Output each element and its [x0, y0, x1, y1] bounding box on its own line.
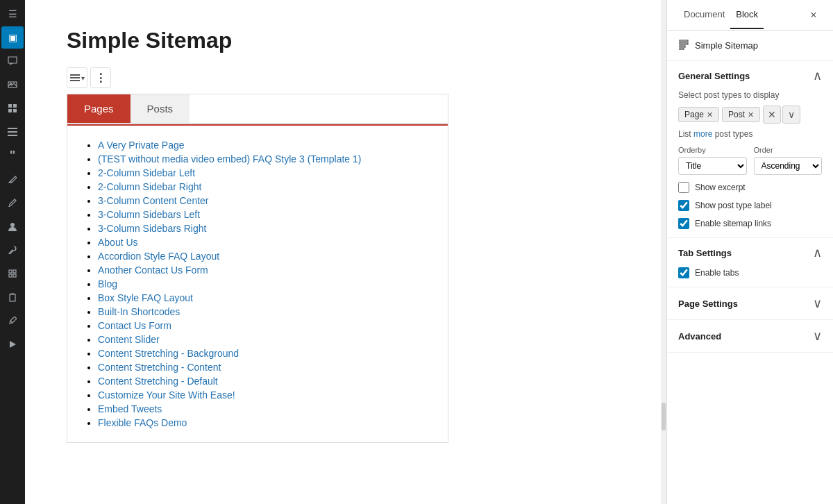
- advanced-chevron[interactable]: ∨: [813, 328, 822, 344]
- advanced-section[interactable]: Advanced ∨: [667, 320, 833, 353]
- tag-page-label: Page: [684, 110, 704, 119]
- tag-post-remove[interactable]: ✕: [748, 110, 754, 119]
- page-link[interactable]: Customize Your Site With Ease!: [98, 389, 235, 401]
- tag-page-remove[interactable]: ✕: [707, 110, 713, 119]
- tag-post-label: Post: [728, 110, 745, 119]
- more-options-button[interactable]: ⋮: [90, 67, 111, 88]
- post-types-row: Page ✕ Post ✕ ✕ ∨: [678, 106, 822, 124]
- list-item: 2-Column Sidebar Right: [98, 181, 431, 192]
- sidebar-icon-grid[interactable]: [1, 262, 24, 285]
- page-link[interactable]: 3-Column Content Center: [98, 195, 209, 206]
- general-settings-toggle[interactable]: ∧: [813, 69, 822, 82]
- svg-rect-12: [9, 274, 12, 277]
- sidebar-icon-media[interactable]: [1, 74, 24, 96]
- page-link[interactable]: Contact Us Form: [98, 320, 171, 331]
- svg-rect-17: [70, 80, 80, 81]
- sidebar-icon-pen[interactable]: [1, 168, 24, 190]
- page-settings-chevron[interactable]: ∨: [813, 296, 822, 311]
- svg-rect-13: [13, 274, 16, 277]
- page-link[interactable]: 2-Column Sidebar Left: [98, 167, 195, 178]
- page-link[interactable]: Flexible FAQs Demo: [98, 417, 187, 428]
- more-post-types-link[interactable]: more: [693, 129, 712, 139]
- page-link[interactable]: Built-In Shortcodes: [98, 306, 180, 317]
- page-link[interactable]: A Very Private Page: [98, 140, 185, 151]
- order-group: Order Ascending Descending: [754, 146, 823, 175]
- tab-posts[interactable]: Posts: [131, 94, 190, 123]
- list-item: 3-Column Sidebars Right: [98, 223, 431, 234]
- sidebar-icon-page[interactable]: ▣: [1, 26, 24, 49]
- page-link[interactable]: 3-Column Sidebars Left: [98, 209, 200, 220]
- page-link[interactable]: Content Stretching - Content: [98, 362, 221, 373]
- sidebar-icon-edit[interactable]: [1, 310, 24, 332]
- list-item: Customize Your Site With Ease!: [98, 389, 431, 401]
- sidebar-icon-menu[interactable]: ☰: [1, 3, 24, 25]
- tag-dropdown-button[interactable]: ∨: [782, 106, 800, 124]
- svg-rect-14: [10, 294, 15, 301]
- tag-clear-button[interactable]: ✕: [763, 106, 781, 124]
- list-item: Box Style FAQ Layout: [98, 292, 431, 303]
- sidebar-icon-quote[interactable]: ": [1, 144, 24, 167]
- sitemap-content: A Very Private Page (TEST without media …: [67, 126, 448, 442]
- list-item: Built-In Shortcodes: [98, 306, 431, 317]
- tabs-header: Pages Posts: [67, 94, 448, 124]
- sidebar-icon-wrench[interactable]: [1, 239, 24, 261]
- tab-pages[interactable]: Pages: [67, 94, 131, 123]
- list-item: About Us: [98, 237, 431, 248]
- sidebar-icon-list[interactable]: [1, 121, 24, 143]
- page-link[interactable]: 2-Column Sidebar Right: [98, 181, 201, 192]
- order-select[interactable]: Ascending Descending: [754, 157, 823, 175]
- sidebar-icon-clipboard[interactable]: [1, 286, 24, 308]
- page-link[interactable]: About Us: [98, 237, 138, 248]
- svg-rect-6: [8, 128, 17, 129]
- list-item: Flexible FAQs Demo: [98, 417, 431, 428]
- list-item: Content Stretching - Default: [98, 376, 431, 387]
- page-link[interactable]: Embed Tweets: [98, 403, 162, 414]
- list-item: Contact Us Form: [98, 320, 431, 331]
- page-link[interactable]: Accordion Style FAQ Layout: [98, 251, 219, 262]
- scrollbar-thumb[interactable]: [662, 403, 666, 430]
- panel-tab-document[interactable]: Document: [678, 1, 730, 29]
- tab-settings-toggle[interactable]: ∧: [813, 246, 822, 259]
- list-item: Embed Tweets: [98, 403, 431, 414]
- panel-tab-block[interactable]: Block: [730, 1, 764, 29]
- right-panel: Document Block × Simple Sitemap General …: [666, 0, 833, 504]
- order-label: Order: [754, 146, 823, 154]
- show-post-type-label-label: Show post type label: [695, 201, 772, 210]
- list-item: (TEST without media video embed) FAQ Sty…: [98, 153, 431, 165]
- page-link[interactable]: Blog: [98, 278, 117, 289]
- show-excerpt-checkbox[interactable]: [678, 182, 689, 193]
- main-scrollbar[interactable]: [661, 0, 666, 504]
- show-post-type-label-checkbox[interactable]: [678, 200, 689, 211]
- general-settings-header[interactable]: General Settings ∧: [678, 69, 822, 82]
- sidebar-icon-blocks[interactable]: [1, 97, 24, 119]
- svg-rect-2: [8, 104, 12, 108]
- enable-sitemap-links-checkbox[interactable]: [678, 218, 689, 229]
- svg-point-9: [10, 223, 15, 227]
- svg-rect-11: [13, 270, 16, 273]
- svg-rect-10: [9, 270, 12, 273]
- sidebar-icon-comment[interactable]: [1, 50, 24, 72]
- enable-sitemap-links-label: Enable sitemap links: [695, 219, 771, 228]
- svg-rect-18: [680, 40, 688, 42]
- svg-rect-21: [680, 49, 684, 50]
- sidebar-icon-brush[interactable]: [1, 192, 24, 214]
- enable-tabs-checkbox[interactable]: [678, 267, 689, 278]
- page-link[interactable]: 3-Column Sidebars Right: [98, 223, 206, 234]
- tag-page: Page ✕: [678, 107, 719, 122]
- orderby-select[interactable]: Title Date Author Menu Order: [678, 157, 747, 175]
- page-settings-section[interactable]: Page Settings ∨: [667, 287, 833, 320]
- sidebar-icon-play[interactable]: [1, 333, 24, 355]
- sidebar-icon-user[interactable]: [1, 215, 24, 237]
- list-view-button[interactable]: ▾: [67, 67, 87, 88]
- page-link[interactable]: Content Stretching - Background: [98, 348, 239, 359]
- tab-settings-header[interactable]: Tab Settings ∧: [678, 246, 822, 259]
- page-link[interactable]: Box Style FAQ Layout: [98, 292, 193, 303]
- orderby-row: Orderby Title Date Author Menu Order Ord…: [678, 146, 822, 175]
- page-link[interactable]: Another Contact Us Form: [98, 264, 208, 276]
- panel-close-button[interactable]: ×: [805, 7, 822, 24]
- tag-controls: ✕ ∨: [763, 106, 800, 124]
- page-link[interactable]: Content Stretching - Default: [98, 376, 218, 387]
- page-link[interactable]: Content Slider: [98, 334, 160, 345]
- page-link[interactable]: (TEST without media video embed) FAQ Sty…: [98, 153, 361, 165]
- checkbox-show-excerpt: Show excerpt: [678, 182, 822, 193]
